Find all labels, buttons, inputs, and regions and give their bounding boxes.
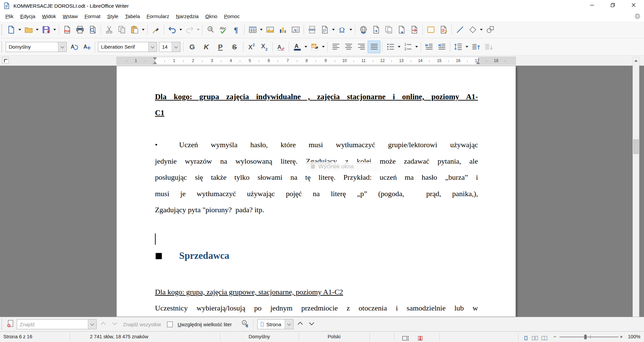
align-center-button[interactable] [342, 41, 355, 53]
align-justify-button[interactable] [368, 41, 380, 53]
document-page[interactable]: Dla kogo: grupa zajęcia indywidualne , z… [116, 66, 516, 317]
toolbar-grip[interactable] [1, 319, 5, 330]
special-character-dropdown[interactable] [348, 23, 353, 36]
export-pdf-button[interactable]: PDF [61, 23, 73, 36]
close-find-bar-button[interactable] [5, 319, 16, 330]
hyperlink-button[interactable] [357, 23, 370, 36]
match-case-checkbox[interactable] [167, 322, 173, 327]
body-line[interactable]: Uczestnicy wybierają/losują po jednym pr… [155, 300, 478, 316]
track-changes-button[interactable] [437, 23, 450, 36]
document-heading[interactable]: Dla kogo: grupa zajęcia indywidualne , z… [155, 89, 478, 121]
new-document-button[interactable] [5, 23, 17, 36]
update-style-button[interactable]: A [68, 41, 80, 53]
numbering-dropdown[interactable] [414, 41, 419, 53]
zoom-slider-thumb[interactable] [584, 335, 587, 339]
formatting-marks-button[interactable]: ¶ [230, 23, 243, 36]
tab-stop-selector[interactable] [2, 57, 9, 64]
paragraph-style-select[interactable]: Domyślny [6, 42, 67, 52]
paste-button[interactable] [128, 23, 141, 36]
restore-button[interactable] [602, 0, 623, 11]
font-name-select[interactable]: Liberation Serif [98, 42, 157, 52]
open-dropdown[interactable] [35, 23, 40, 36]
new-style-button[interactable]: A [80, 41, 93, 53]
underline-button[interactable]: P [213, 41, 227, 53]
menu-tabela[interactable]: Tabela [122, 12, 143, 21]
word-count-field[interactable]: 2 741 słów, 18 475 znaków [90, 332, 148, 342]
save-dropdown[interactable] [52, 23, 57, 36]
clear-format-button[interactable]: A [274, 41, 287, 53]
navigate-by-select[interactable]: Strona [257, 319, 293, 329]
language-field[interactable]: Polski [299, 332, 370, 342]
ruler-strip[interactable]: 1123456789101112131415161718 [116, 57, 516, 65]
globe-icon[interactable] [634, 13, 641, 21]
indent-increase-button[interactable] [423, 41, 435, 53]
footnote-button[interactable] [370, 23, 382, 36]
menu-formularz[interactable]: Formularz [143, 12, 173, 21]
find-previous-button[interactable] [98, 319, 109, 330]
page-number-field[interactable]: Strona 6 z 16 [3, 332, 32, 342]
find-next-button[interactable] [109, 319, 120, 330]
layout-book-icon[interactable] [541, 334, 548, 342]
undo-dropdown[interactable] [178, 23, 183, 36]
menu-okno[interactable]: Okno [202, 12, 221, 21]
sub-paragraphs[interactable]: Dla kogo: grupa, zajęcia grupowe, stacjo… [155, 284, 478, 316]
para-space-decrease-button[interactable] [482, 41, 495, 53]
heading-line[interactable]: Dla kogo: grupa zajęcia indywidualne , z… [155, 89, 478, 105]
menu-style[interactable]: Style [104, 12, 121, 21]
document-modified-icon[interactable] [418, 334, 423, 342]
para-space-increase-button[interactable] [469, 41, 482, 53]
comment-button[interactable] [424, 23, 437, 36]
layout-single-page-icon[interactable] [523, 334, 529, 342]
navigate-next-button[interactable] [306, 319, 317, 330]
align-right-button[interactable] [355, 41, 368, 53]
clone-formatting-button[interactable] [149, 23, 162, 36]
highlight-color-button[interactable]: ab [308, 41, 321, 53]
insert-image-button[interactable] [264, 23, 276, 36]
bullet-paragraph[interactable]: •Uczeń wymyśla hasło, które musi wytłuma… [155, 137, 478, 218]
superscript-button[interactable]: X2 [245, 41, 258, 53]
draw-functions-button[interactable] [484, 23, 496, 36]
heading-line[interactable]: C1 [155, 105, 478, 121]
align-left-button[interactable] [329, 41, 342, 53]
text-box-button[interactable]: A [289, 23, 302, 36]
toolbar-grip[interactable] [1, 24, 5, 35]
cross-reference-button[interactable] [408, 23, 421, 36]
section-title[interactable]: Sprzedawca [179, 248, 478, 263]
paragraph-line[interactable]: Zgadujący pyta "pioruny? pada? itp. [155, 202, 478, 218]
highlight-color-dropdown[interactable] [321, 41, 326, 53]
page-break-button[interactable] [306, 23, 318, 36]
bullets-dropdown[interactable] [397, 41, 401, 53]
font-color-dropdown[interactable] [304, 41, 308, 53]
basic-shapes-button[interactable] [466, 23, 479, 36]
endnote-button[interactable] [382, 23, 395, 36]
minimize-button[interactable] [582, 0, 602, 11]
menu-pomoc[interactable]: Pomoc [221, 12, 243, 21]
paste-dropdown[interactable] [141, 23, 146, 36]
zoom-level-field[interactable]: 100% [628, 332, 640, 342]
font-name-select-dropdown[interactable] [148, 42, 157, 52]
overwrite-mode-icon[interactable] [402, 334, 410, 342]
insert-field-button[interactable] [318, 23, 331, 36]
close-button[interactable] [623, 0, 644, 11]
scrollbar-thumb[interactable] [633, 139, 639, 154]
paragraph-style-select-dropdown[interactable] [58, 42, 66, 52]
new-document-dropdown[interactable] [17, 23, 22, 36]
italic-button[interactable]: K [199, 41, 213, 53]
insert-chart-button[interactable] [276, 23, 289, 36]
find-all-label[interactable]: Znajdź wszystkie [123, 322, 161, 327]
font-size-select[interactable]: 14 [159, 42, 180, 52]
subscript-button[interactable]: X2 [258, 41, 271, 53]
numbering-button[interactable]: 12 [401, 41, 414, 53]
menu-narzędzia[interactable]: Narzędzia [173, 12, 202, 21]
redo-button[interactable] [183, 23, 196, 36]
special-character-button[interactable]: Ω [336, 23, 348, 36]
sub-heading-line[interactable]: Dla kogo: grupa, zajęcia grupowe, stacjo… [155, 284, 478, 300]
bullets-button[interactable] [384, 41, 397, 53]
paragraph-line[interactable]: •Uczeń wymyśla hasło, które musi wytłuma… [155, 137, 478, 153]
save-button[interactable] [40, 23, 52, 36]
navigate-previous-button[interactable] [294, 319, 306, 330]
indent-decrease-button[interactable] [435, 41, 448, 53]
print-button[interactable] [73, 23, 86, 36]
zoom-in-button[interactable]: + [620, 332, 623, 342]
print-preview-button[interactable] [86, 23, 99, 36]
